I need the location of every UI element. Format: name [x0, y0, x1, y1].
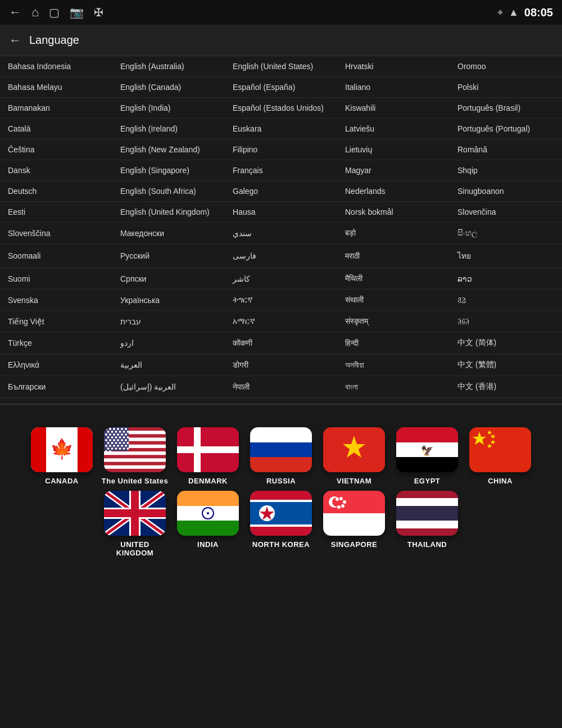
language-cell[interactable]: Svenska [0, 290, 112, 311]
language-cell[interactable]: Čeština [0, 139, 112, 160]
flag-item-uk[interactable]: UNITED KINGDOM [101, 491, 169, 557]
table-row[interactable]: EestiEnglish (United Kingdom)HausaNorsk … [0, 202, 562, 223]
table-row[interactable]: Türkçeاردوकोंकणीहिन्दी中文 (简体) [0, 332, 562, 354]
table-row[interactable]: SvenskaУкраїнськаትግርኛसंथालीᱚᱲ [0, 290, 562, 311]
language-cell[interactable]: Kiswahili [337, 98, 450, 119]
language-cell[interactable]: සිංහල [450, 223, 562, 244]
language-cell[interactable]: Hrvatski [337, 56, 450, 77]
flag-item-canada[interactable]: 🍁 CANADA [28, 427, 96, 485]
language-cell[interactable]: Македонски [112, 223, 225, 244]
language-cell[interactable]: Nederlands [337, 181, 450, 202]
language-cell[interactable]: Bamanakan [0, 98, 112, 119]
table-row[interactable]: DeutschEnglish (South Africa)GalegoNeder… [0, 181, 562, 202]
language-cell[interactable]: اردو [112, 332, 225, 354]
language-cell[interactable]: Deutsch [0, 181, 112, 202]
language-cell[interactable]: Latviešu [337, 119, 450, 139]
back-nav-icon[interactable]: ← [9, 5, 21, 20]
table-row[interactable]: ČeštinaEnglish (New Zealand)FilipinoLiet… [0, 139, 562, 160]
language-cell[interactable]: Filipino [225, 139, 337, 160]
language-cell[interactable]: Français [225, 160, 337, 181]
language-cell[interactable]: English (Singapore) [112, 160, 225, 181]
language-cell[interactable]: Soomaali [0, 244, 112, 268]
language-cell[interactable]: English (United States) [225, 56, 337, 77]
table-row[interactable]: DanskEnglish (Singapore)FrançaisMagyarSh… [0, 160, 562, 181]
flag-item-denmark[interactable]: DENMARK [174, 427, 242, 485]
language-cell[interactable]: Bahasa Indonesia [0, 56, 112, 77]
language-cell[interactable]: Oromoo [450, 56, 562, 77]
language-cell[interactable]: Italiano [337, 77, 450, 98]
language-cell[interactable]: العربية [112, 354, 225, 376]
language-cell[interactable]: Ελληνικά [0, 354, 112, 376]
language-cell[interactable]: العربية (إسرائيل) [112, 376, 225, 398]
language-cell[interactable]: Galego [225, 181, 337, 202]
language-cell[interactable]: فارسی [225, 244, 337, 268]
language-cell[interactable]: Suomi [0, 268, 112, 290]
language-cell[interactable]: سندي [225, 223, 337, 244]
language-cell[interactable]: Tiếng Việt [0, 311, 112, 332]
language-cell[interactable]: संस्कृतम् [337, 311, 450, 332]
language-cell[interactable]: English (New Zealand) [112, 139, 225, 160]
language-cell[interactable]: Português (Portugal) [450, 119, 562, 139]
language-cell[interactable]: Русский [112, 244, 225, 268]
flag-item-egypt[interactable]: 🦅 EGYPT [393, 427, 461, 485]
language-cell[interactable]: English (India) [112, 98, 225, 119]
language-cell[interactable]: অসমীয়া [337, 354, 450, 376]
language-cell[interactable]: Shqip [450, 160, 562, 181]
language-cell[interactable]: ไทย [450, 244, 562, 268]
language-cell[interactable]: मराठी [337, 244, 450, 268]
language-cell[interactable]: Euskara [225, 119, 337, 139]
nav-back-button[interactable]: ← [9, 33, 21, 48]
language-cell[interactable]: English (South Africa) [112, 181, 225, 202]
language-cell[interactable]: English (Ireland) [112, 119, 225, 139]
language-cell[interactable]: नेपाली [225, 376, 337, 398]
language-cell[interactable]: Română [450, 139, 562, 160]
language-cell[interactable]: Lietuvių [337, 139, 450, 160]
flag-item-northkorea[interactable]: NORTH KOREA [247, 491, 315, 557]
flag-item-russia[interactable]: RUSSIA [247, 427, 315, 485]
language-cell[interactable]: Slovenčina [450, 202, 562, 223]
language-cell[interactable]: Norsk bokmål [337, 202, 450, 223]
language-cell[interactable]: Dansk [0, 160, 112, 181]
language-cell[interactable]: मैथिली [337, 268, 450, 290]
language-cell[interactable]: संथाली [337, 290, 450, 311]
language-cell[interactable]: Português (Brasil) [450, 98, 562, 119]
language-cell[interactable]: ລາວ [450, 268, 562, 290]
flag-item-thailand[interactable]: THAILAND [393, 491, 461, 557]
window-icon[interactable]: ▢ [49, 6, 60, 19]
table-row[interactable]: Българскиالعربية (إسرائيل)नेपालीবাংলা中文 … [0, 376, 562, 398]
flag-item-india[interactable]: INDIA [174, 491, 242, 557]
language-cell[interactable]: Català [0, 119, 112, 139]
table-row[interactable]: BamanakanEnglish (India)Español (Estados… [0, 98, 562, 119]
language-cell[interactable]: 中文 (简体) [450, 332, 562, 354]
language-cell[interactable]: ᱚᱲ [450, 290, 562, 311]
language-cell[interactable]: עברית [112, 311, 225, 332]
language-cell[interactable]: डोगरी [225, 354, 337, 376]
language-cell[interactable]: ᱤᱜᱤ [450, 311, 562, 332]
language-cell[interactable]: 中文 (香港) [450, 376, 562, 398]
flag-item-vietnam[interactable]: VIETNAM [320, 427, 388, 485]
language-cell[interactable]: Slovenščina [0, 223, 112, 244]
language-cell[interactable]: አማርኛ [225, 311, 337, 332]
language-cell[interactable]: ትግርኛ [225, 290, 337, 311]
language-cell[interactable]: Українська [112, 290, 225, 311]
table-row[interactable]: Ελληνικάالعربيةडोगरीঅসমীয়া中文 (繁體) [0, 354, 562, 376]
table-row[interactable]: Bahasa IndonesiaEnglish (Australia)Engli… [0, 56, 562, 77]
language-cell[interactable]: बड़ो [337, 223, 450, 244]
language-cell[interactable]: English (Australia) [112, 56, 225, 77]
language-cell[interactable]: Sinugboanon [450, 181, 562, 202]
flag-item-usa[interactable]: The United States [101, 427, 169, 485]
language-cell[interactable]: English (Canada) [112, 77, 225, 98]
language-cell[interactable]: 中文 (繁體) [450, 354, 562, 376]
home-icon[interactable]: ⌂ [31, 5, 39, 20]
language-cell[interactable]: বাংলা [337, 376, 450, 398]
table-row[interactable]: SlovenščinaМакедонскиسنديबड़ोසිංහල [0, 223, 562, 244]
flag-item-china[interactable]: CHINA [466, 427, 534, 485]
table-row[interactable]: CatalàEnglish (Ireland)EuskaraLatviešuPo… [0, 119, 562, 139]
language-cell[interactable]: Eesti [0, 202, 112, 223]
language-cell[interactable]: Български [0, 376, 112, 398]
language-cell[interactable]: Español (España) [225, 77, 337, 98]
language-cell[interactable]: Bahasa Melayu [0, 77, 112, 98]
language-cell[interactable]: Türkçe [0, 332, 112, 354]
language-cell[interactable]: हिन्दी [337, 332, 450, 354]
flag-item-singapore[interactable]: SINGAPORE [320, 491, 388, 557]
